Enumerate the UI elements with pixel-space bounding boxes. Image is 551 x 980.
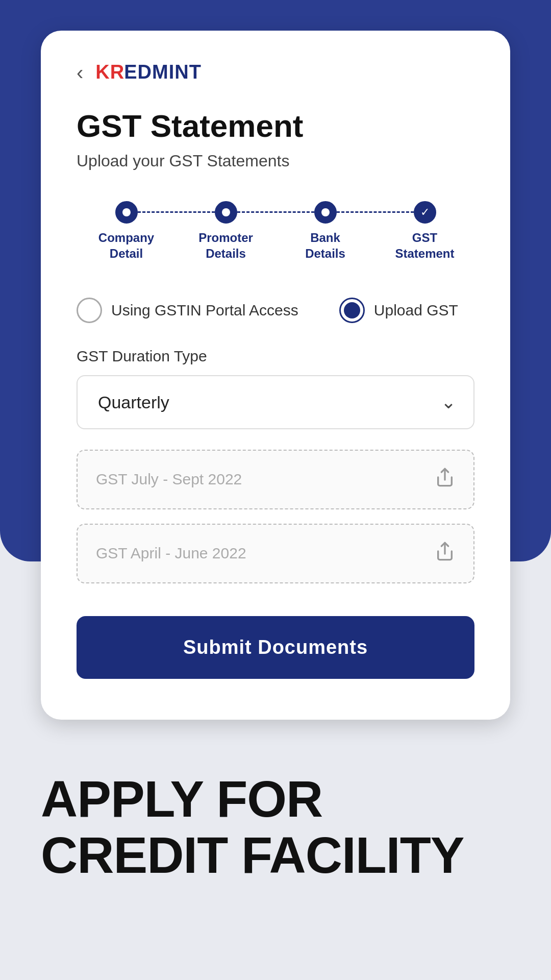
submit-documents-button[interactable]: Submit Documents: [77, 616, 474, 679]
gst-duration-label: GST Duration Type: [77, 348, 474, 365]
upload-label-april-june: GST April - June 2022: [96, 545, 246, 562]
radio-upload-label: Upload GST: [374, 302, 458, 319]
radio-upload-inner: [344, 302, 360, 318]
step-3-circle: [314, 201, 337, 224]
radio-gstin-outer: [77, 298, 102, 323]
step-2-dot: [222, 208, 230, 216]
step-2-label: PromoterDetails: [198, 230, 253, 261]
page-title: GST Statement: [77, 109, 474, 143]
bottom-section: APPLY FOR CREDIT FACILITY: [0, 730, 551, 914]
header-row: ‹ K R EDMINT: [77, 61, 474, 83]
step-promoter-details: PromoterDetails: [176, 201, 276, 261]
step-4-circle: ✓: [414, 201, 436, 224]
page-subtitle: Upload your GST Statements: [77, 152, 474, 170]
radio-group: Using GSTIN Portal Access Upload GST: [77, 298, 474, 323]
upload-icon-1: [435, 467, 455, 492]
step-1-circle: [115, 201, 138, 224]
radio-upload-outer: [339, 298, 365, 323]
gst-duration-select[interactable]: Monthly Quarterly Yearly: [77, 375, 474, 429]
upload-label-july-sept: GST July - Sept 2022: [96, 471, 242, 488]
step-3-dot: [321, 208, 330, 216]
step-gst-statement: ✓ GSTStatement: [375, 201, 474, 261]
main-card: ‹ K R EDMINT GST Statement Upload your G…: [41, 31, 510, 720]
brand-k: K: [95, 61, 110, 83]
step-2-circle: [215, 201, 237, 224]
radio-gstin-portal[interactable]: Using GSTIN Portal Access: [77, 298, 298, 323]
apply-line2: CREDIT FACILITY: [41, 826, 464, 884]
step-company-detail: Company Detail: [77, 201, 176, 261]
upload-field-july-sept[interactable]: GST July - Sept 2022: [77, 450, 474, 509]
back-button[interactable]: ‹: [77, 62, 83, 83]
step-1-label: Company Detail: [86, 230, 167, 261]
checkmark-icon: ✓: [420, 207, 430, 218]
radio-upload-gst[interactable]: Upload GST: [339, 298, 458, 323]
brand-logo: K R EDMINT: [95, 61, 202, 83]
gst-duration-dropdown-wrapper: Monthly Quarterly Yearly ⌄: [77, 375, 474, 429]
upload-field-april-june[interactable]: GST April - June 2022: [77, 524, 474, 583]
radio-gstin-label: Using GSTIN Portal Access: [111, 302, 298, 319]
step-1-dot: [122, 208, 131, 216]
step-4-label: GSTStatement: [395, 230, 454, 261]
step-3-label: BankDetails: [305, 230, 345, 261]
apply-heading: APPLY FOR CREDIT FACILITY: [41, 771, 510, 883]
progress-steps: Company Detail PromoterDetails BankDetai…: [77, 201, 474, 261]
step-bank-details: BankDetails: [276, 201, 375, 261]
apply-line1: APPLY FOR: [41, 770, 322, 827]
brand-rest: EDMINT: [124, 61, 202, 83]
upload-icon-2: [435, 541, 455, 566]
